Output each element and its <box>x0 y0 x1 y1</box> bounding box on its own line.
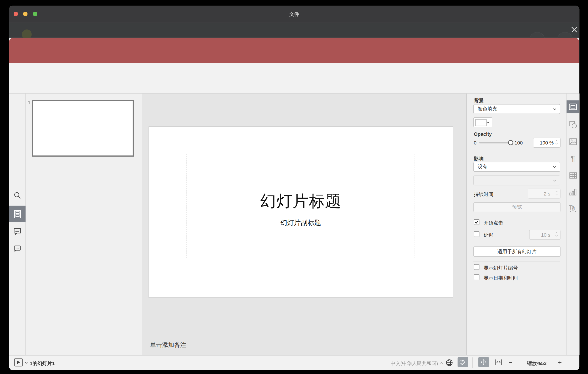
opacity-value-spinbox[interactable]: 100 % <box>533 138 560 148</box>
zoom-out-button[interactable]: − <box>508 359 512 367</box>
comments-icon[interactable] <box>9 223 25 240</box>
shape-settings-icon[interactable] <box>567 118 579 131</box>
close-icon[interactable] <box>571 26 578 33</box>
color-swatch <box>475 119 487 126</box>
effect-type-select <box>473 176 560 186</box>
home-toolbar: 添加幻灯片 A▲ A▼ Aa B I U <box>9 63 579 94</box>
opacity-max-label: 100 <box>514 140 523 146</box>
notes-divider[interactable] <box>142 338 466 338</box>
host-app-strip <box>9 22 579 38</box>
effect-select[interactable]: 没有 <box>473 162 560 172</box>
notes-placeholder[interactable]: 单击添加备注 <box>150 341 186 349</box>
editor-header: 产品介绍.pptx adm***@dootask.com 文件 主页 插入 协作 <box>9 38 579 63</box>
show-slide-number-checkbox[interactable] <box>474 264 479 270</box>
show-date-time-label[interactable]: 显示日期和时间 <box>484 275 518 281</box>
panel-divider <box>473 262 560 262</box>
table-settings-icon[interactable] <box>567 169 579 182</box>
fit-to-slide-icon[interactable] <box>478 357 489 367</box>
show-slide-number-label[interactable]: 显示幻灯片编号 <box>484 265 518 271</box>
right-icon-rail <box>567 93 579 355</box>
opacity-label: Opacity <box>474 131 492 137</box>
apply-to-all-slides-button[interactable]: 适用于所有幻灯片 <box>473 246 560 257</box>
chat-icon[interactable] <box>9 240 25 257</box>
slide-thumbnail[interactable] <box>32 100 134 157</box>
delay-label[interactable]: 延迟 <box>484 232 494 238</box>
zoom-in-button[interactable]: + <box>558 359 562 366</box>
opacity-min-label: 0 <box>474 140 476 146</box>
delay-checkbox[interactable] <box>474 231 479 237</box>
language-chevron-icon[interactable] <box>440 362 443 365</box>
chart-settings-icon[interactable] <box>567 186 579 198</box>
image-settings-icon[interactable] <box>567 135 579 148</box>
slide-subtitle-placeholder[interactable]: 幻灯片副标题 <box>187 216 415 258</box>
background-label: 背景 <box>474 97 484 104</box>
language-selector[interactable]: 中文(中华人民共和国) <box>385 360 438 367</box>
svg-text:ABC: ABC <box>460 359 465 362</box>
delay-spinbox: 10 s <box>529 230 560 240</box>
panel-divider <box>473 153 560 153</box>
opacity-slider-track[interactable] <box>479 142 511 143</box>
fit-to-width-icon[interactable] <box>495 359 503 366</box>
preview-button: 预览 <box>473 202 560 212</box>
status-bar <box>9 355 579 370</box>
opacity-slider-knob[interactable] <box>508 140 513 145</box>
spellcheck-icon[interactable]: ABC <box>458 357 468 367</box>
start-slideshow-status-icon[interactable] <box>14 358 22 366</box>
slide-settings-icon[interactable] <box>567 100 579 113</box>
divider <box>472 357 473 368</box>
paragraph-settings-icon[interactable]: ¶ <box>567 152 579 165</box>
effect-label: 影响 <box>474 155 484 162</box>
zoom-level: 缩放%53 <box>520 360 554 367</box>
set-language-globe-icon[interactable] <box>445 359 453 367</box>
window-title: 文件 <box>9 6 579 22</box>
svg-text:Ta: Ta <box>569 205 575 210</box>
macos-titlebar: 文件 <box>9 6 579 22</box>
slideshow-options-chevron-icon[interactable] <box>25 361 28 365</box>
duration-label: 持续时间 <box>474 191 494 198</box>
textart-settings-icon[interactable]: Ta <box>567 202 579 215</box>
show-date-time-checkbox[interactable] <box>474 275 479 280</box>
editor-window: 文件 产品介绍.pptx adm***@ <box>9 6 579 370</box>
slides-panel-icon[interactable] <box>9 206 25 222</box>
duration-spinbox: 2 s <box>528 189 560 199</box>
slide-title-placeholder[interactable]: 幻灯片标题 <box>187 154 415 215</box>
slide-thumbnail-number: 1 <box>28 100 31 105</box>
start-on-click-label[interactable]: 开始点击 <box>484 220 503 226</box>
search-icon[interactable] <box>9 187 25 204</box>
slide-indicator: 1的幻灯片1 <box>30 360 55 367</box>
background-fill-select[interactable]: 颜色填充 <box>473 104 560 114</box>
start-on-click-checkbox[interactable] <box>474 219 479 225</box>
background-color-picker[interactable] <box>473 117 492 127</box>
